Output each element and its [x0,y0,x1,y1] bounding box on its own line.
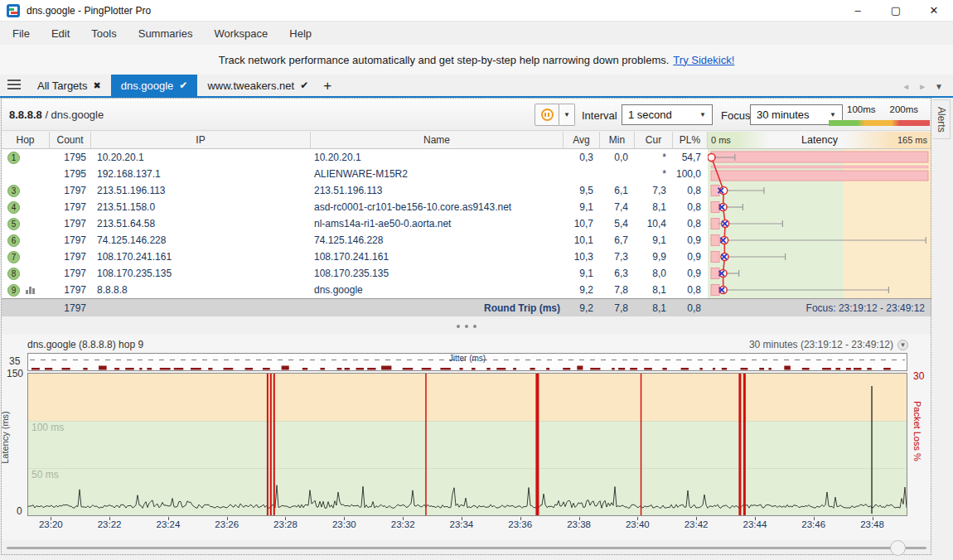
maximize-button[interactable]: ▢ [877,0,915,22]
pause-dropdown-button[interactable]: ▼ [559,104,575,126]
target-name: dns.google [51,109,104,121]
menu-item-help[interactable]: Help [278,23,322,44]
hop-row-2[interactable]: 1795192.168.137.1ALIENWARE-M15R2*100,0 [2,166,931,182]
time-tick-label: 23:34 [449,519,473,529]
time-tick-label: 23:22 [98,519,122,529]
tab-www-tweakers-net[interactable]: www.tweakers.net✔ [197,75,318,96]
time-tick-label: 23:28 [273,519,298,529]
hop-number-badge: 7 [7,251,20,263]
ip-cell: 108.170.235.135 [91,265,311,282]
latency-timeline-plot[interactable]: 100 ms 50 ms [27,373,907,516]
hop-number-badge: 8 [7,268,20,280]
close-button[interactable]: ✕ [915,0,953,22]
time-tick-label: 23:48 [860,519,884,529]
avg-cell: 9,2 [564,282,600,298]
cur-cell: * [635,166,673,182]
hop-row-1[interactable]: 1179510.20.20.110.20.20.10,30,0*54,7 [2,149,931,166]
interval-select[interactable]: 1 second▼ [622,104,713,125]
column-header-pl[interactable]: PL% [673,132,708,148]
hop-number-badge: 5 [7,218,20,230]
hop-number-badge: 3 [7,185,20,197]
column-header-hop[interactable]: Hop [2,132,50,148]
hop-row-7[interactable]: 71797108.170.241.161108.170.241.16110,37… [2,249,931,265]
time-tick-label: 23:20 [39,519,63,529]
ip-cell: 10.20.20.1 [91,149,311,166]
ip-cell: 74.125.146.228 [91,232,311,249]
menu-item-tools[interactable]: Tools [80,23,127,44]
time-scroll-thumb[interactable] [890,540,906,556]
min-cell: 7,8 [600,282,635,298]
min-cell: 6,7 [600,232,635,249]
close-icon: ✕ [930,4,939,17]
timeline-range-selector[interactable]: 30 minutes (23:19:12 - 23:49:12) ▼ [749,339,908,350]
chevron-down-icon: ▼ [564,111,570,118]
pl-cell: 0,8 [673,199,708,215]
menu-item-summaries[interactable]: Summaries [128,23,204,44]
count-cell: 1797 [50,265,91,282]
try-sidekick-link[interactable]: Try Sidekick! [673,54,734,66]
minimize-icon: – [854,4,860,17]
tab-all-targets[interactable]: All Targets✖ [27,75,111,96]
tab-list-dropdown-icon[interactable]: ▼ [935,82,943,91]
column-header-min[interactable]: Min [600,132,635,148]
close-tab-icon[interactable]: ✖ [93,80,100,91]
avg-cell [564,166,600,182]
round-trip-count: 1797 [50,299,91,316]
menu-item-file[interactable]: File [2,23,41,44]
timeline-range-label: 30 minutes (23:19:12 - 23:49:12) [749,339,893,350]
menu-item-edit[interactable]: Edit [41,23,80,44]
column-header-latency[interactable]: 0 msLatency165 ms [708,132,931,148]
ip-cell: 213.51.64.58 [91,215,311,232]
hop-row-4[interactable]: 41797213.51.158.0asd-rc0001-cr101-be156-… [2,199,931,215]
panel-splitter[interactable] [2,318,931,335]
hop-row-5[interactable]: 51797213.51.64.58nl-ams14a-ri1-ae50-0.ao… [2,215,931,232]
jitter-graph[interactable]: Jitter (ms) [27,353,907,371]
trace-table-header: HopCountIPNameAvgMinCurPL%0 msLatency165… [2,132,931,149]
min-cell: 7,4 [600,199,635,215]
round-trip-label: Round Trip (ms) [311,299,564,316]
column-header-count[interactable]: Count [50,132,91,148]
avg-cell: 10,3 [564,249,600,265]
menu-icon[interactable] [7,80,21,89]
menu-item-workspace[interactable]: Workspace [203,23,278,44]
hop-number-badge: 1 [7,152,20,164]
hop-row-8[interactable]: 81797108.170.235.135108.170.235.1359,16,… [2,265,931,282]
column-header-name[interactable]: Name [311,132,564,148]
tab-scroll-left-icon[interactable]: ◄ [902,82,910,91]
hop-row-3[interactable]: 31797213.51.196.113213.51.196.1139,56,17… [2,182,931,199]
latency-axis-label: Latency (ms) [0,411,10,464]
count-cell: 1795 [50,149,91,166]
latency-graph-cell [708,182,931,199]
column-header-ip[interactable]: IP [91,132,311,148]
hop-row-6[interactable]: 6179774.125.146.22874.125.146.22810,16,7… [2,232,931,249]
minimize-button[interactable]: – [839,0,877,22]
tab-scroll-right-icon[interactable]: ► [918,82,926,91]
hop-row-9[interactable]: 917978.8.8.8dns.google9,27,88,10,8 [2,282,931,298]
avg-cell: 10,7 [564,215,600,232]
name-cell: 213.51.196.113 [311,182,564,199]
add-target-button[interactable]: + [318,78,340,96]
min-cell: 0,0 [600,149,635,166]
name-cell: nl-ams14a-ri1-ae50-0.aorta.net [311,215,564,232]
tab-dns-google[interactable]: dns.google✔ [111,75,198,96]
latency-max-label: 165 ms [897,135,927,145]
hop-number-badge: 9 [7,284,20,297]
column-header-cur[interactable]: Cur [635,132,673,148]
min-cell: 6,3 [600,265,635,282]
timeline-panel: dns.google (8.8.8.8) hop 9 30 minutes (2… [2,335,931,540]
name-cell: 108.170.235.135 [311,265,564,282]
alerts-side-tab[interactable]: Alerts [933,99,951,139]
chevron-down-icon: ▼ [699,111,706,118]
ip-cell: 213.51.196.113 [91,182,311,199]
focus-label: Focus [721,109,750,122]
column-header-avg[interactable]: Avg [564,132,600,148]
min-cell: 5,4 [600,215,635,232]
target-tab-bar: All Targets✖dns.google✔www.tweakers.net✔… [0,75,953,98]
time-scroll-track[interactable] [7,547,926,549]
pause-button[interactable] [535,104,559,126]
focus-range-label: Focus: 23:19:12 - 23:49:12 [708,299,931,316]
cur-cell: 9,1 [635,232,673,249]
app-icon [7,4,20,17]
loss-axis-max: 30 [913,370,924,382]
window-title: dns.google - PingPlotter Pro [27,5,151,17]
